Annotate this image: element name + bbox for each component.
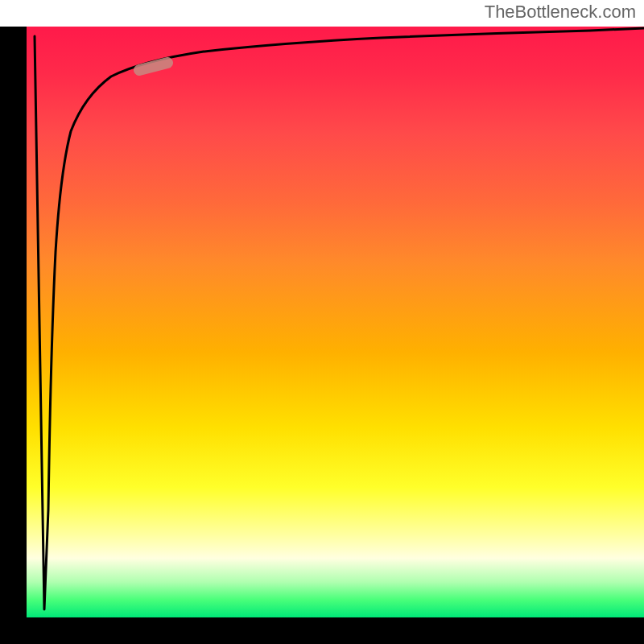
attribution-text: TheBottleneck.com: [485, 2, 636, 23]
plot-area: [27, 27, 644, 617]
highlight-marker: [139, 63, 167, 70]
x-axis-bar: [0, 617, 644, 644]
curve-layer: [27, 27, 644, 617]
chart-container: TheBottleneck.com: [0, 0, 644, 644]
y-axis-bar: [0, 27, 27, 617]
bottleneck-curve: [35, 28, 644, 609]
